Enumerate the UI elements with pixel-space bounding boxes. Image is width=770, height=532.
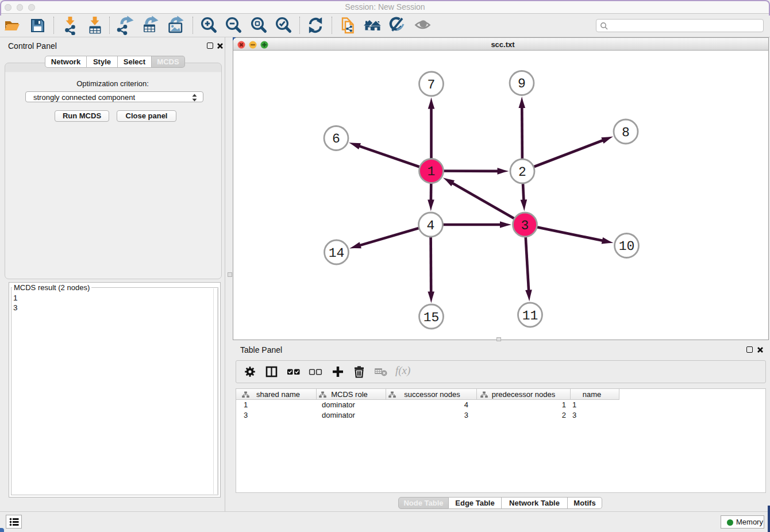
svg-text:15: 15 (424, 310, 440, 325)
svg-text:2: 2 (518, 165, 526, 180)
svg-text:11: 11 (522, 309, 538, 323)
svg-text:7: 7 (428, 78, 436, 92)
svg-text:14: 14 (329, 246, 345, 261)
svg-text:9: 9 (518, 76, 526, 91)
svg-text:10: 10 (619, 239, 635, 254)
svg-text:3: 3 (521, 218, 529, 233)
svg-text:4: 4 (427, 218, 435, 233)
svg-text:1: 1 (428, 164, 436, 179)
svg-text:6: 6 (332, 132, 340, 147)
svg-text:8: 8 (622, 125, 630, 140)
